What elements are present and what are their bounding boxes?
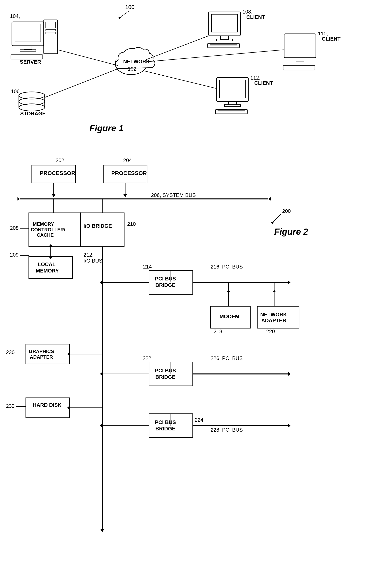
svg-text:206, SYSTEM BUS: 206, SYSTEM BUS: [151, 192, 196, 198]
svg-marker-103: [49, 244, 53, 247]
svg-text:BRIDGE: BRIDGE: [155, 426, 175, 432]
svg-marker-121: [272, 290, 276, 292]
svg-marker-135: [67, 352, 70, 356]
svg-text:MEMORY: MEMORY: [33, 221, 54, 227]
svg-marker-114: [100, 281, 102, 285]
svg-text:STORAGE: STORAGE: [20, 111, 46, 117]
svg-line-66: [143, 71, 217, 89]
svg-text:222: 222: [143, 355, 151, 361]
svg-text:GRAPHICS: GRAPHICS: [29, 349, 54, 354]
svg-text:200: 200: [282, 208, 291, 214]
svg-rect-10: [46, 32, 56, 34]
svg-text:210: 210: [127, 221, 136, 227]
svg-text:NETWORK: NETWORK: [123, 58, 150, 64]
svg-text:I/O BUS: I/O BUS: [83, 258, 102, 264]
svg-text:BRIDGE: BRIDGE: [155, 374, 175, 380]
svg-text:LOCAL: LOCAL: [38, 261, 56, 267]
svg-rect-8: [46, 22, 56, 28]
svg-marker-150: [67, 406, 70, 410]
svg-marker-104: [49, 257, 53, 259]
svg-marker-2: [118, 17, 121, 19]
svg-text:204: 204: [123, 157, 132, 163]
svg-rect-36: [212, 14, 237, 32]
svg-marker-141: [100, 372, 102, 376]
svg-text:CLIENT: CLIENT: [322, 36, 341, 42]
svg-line-63: [45, 69, 118, 97]
svg-text:Figure 2: Figure 2: [274, 227, 308, 237]
svg-text:ADAPTER: ADAPTER: [261, 317, 286, 323]
svg-marker-156: [100, 424, 102, 428]
svg-line-83: [272, 214, 281, 223]
svg-text:CLIENT: CLIENT: [254, 80, 273, 86]
svg-marker-80: [17, 197, 20, 200]
svg-text:214: 214: [143, 264, 152, 270]
svg-text:PROCESSOR: PROCESSOR: [111, 170, 147, 176]
svg-text:PCI BUS: PCI BUS: [155, 276, 176, 282]
svg-rect-11: [11, 55, 43, 59]
svg-text:NETWORK: NETWORK: [260, 311, 287, 317]
svg-text:102: 102: [128, 66, 136, 72]
svg-text:CLIENT: CLIENT: [246, 14, 265, 20]
svg-rect-39: [208, 43, 239, 48]
svg-text:HARD DISK: HARD DISK: [33, 402, 62, 408]
svg-rect-3: [12, 22, 44, 46]
svg-text:228, PCI BUS: 228, PCI BUS: [211, 427, 243, 433]
svg-text:106: 106: [11, 88, 19, 94]
svg-text:CACHE: CACHE: [37, 232, 54, 238]
svg-rect-48: [283, 66, 315, 70]
svg-text:218: 218: [214, 328, 222, 334]
svg-marker-84: [271, 222, 274, 224]
figure1-diagram: 100 104, SERVER: [0, 0, 392, 151]
svg-marker-117: [288, 281, 290, 285]
svg-rect-4: [15, 24, 41, 42]
svg-text:PCI BUS: PCI BUS: [155, 368, 176, 374]
svg-text:BRIDGE: BRIDGE: [155, 282, 175, 288]
svg-line-65: [148, 50, 284, 62]
svg-text:MEMORY: MEMORY: [36, 268, 59, 274]
svg-text:Figure 1: Figure 1: [89, 123, 123, 133]
svg-text:ADAPTER: ADAPTER: [30, 354, 53, 360]
svg-marker-77: [123, 194, 127, 197]
svg-text:SERVER: SERVER: [20, 59, 41, 65]
svg-text:208: 208: [10, 225, 18, 231]
figure2-diagram: 202 204 PROCESSOR PROCESSOR 206, SYSTEM …: [0, 151, 392, 578]
svg-text:CONTROLLER/: CONTROLLER/: [31, 227, 65, 232]
svg-text:202: 202: [56, 157, 64, 163]
svg-line-1: [119, 11, 129, 18]
svg-text:108,: 108,: [242, 9, 253, 15]
svg-text:232: 232: [6, 403, 14, 409]
svg-marker-108: [100, 529, 104, 532]
svg-text:220: 220: [266, 328, 275, 334]
svg-marker-81: [268, 197, 271, 200]
svg-text:I/O BRIDGE: I/O BRIDGE: [83, 223, 112, 229]
svg-rect-131: [26, 344, 70, 364]
svg-text:212,: 212,: [83, 252, 94, 258]
svg-marker-159: [288, 424, 290, 428]
svg-line-64: [146, 36, 209, 60]
svg-rect-92: [80, 213, 124, 247]
svg-text:209: 209: [10, 252, 18, 258]
svg-text:MODEM: MODEM: [220, 313, 239, 319]
svg-text:PROCESSOR: PROCESSOR: [40, 170, 75, 176]
svg-text:104,: 104,: [10, 13, 20, 19]
svg-rect-9: [46, 29, 56, 31]
svg-text:100: 100: [125, 4, 134, 10]
svg-text:230: 230: [6, 349, 14, 355]
svg-text:PCI BUS: PCI BUS: [155, 419, 176, 425]
svg-rect-45: [287, 36, 313, 54]
svg-line-62: [58, 50, 118, 66]
svg-marker-75: [52, 194, 56, 197]
svg-text:216, PCI BUS: 216, PCI BUS: [211, 264, 243, 270]
svg-rect-54: [220, 80, 245, 98]
svg-marker-119: [227, 290, 231, 292]
svg-rect-57: [216, 109, 247, 114]
svg-marker-144: [288, 372, 290, 376]
svg-text:226, PCI BUS: 226, PCI BUS: [211, 355, 243, 361]
svg-text:224: 224: [195, 417, 203, 423]
svg-rect-99: [29, 257, 73, 279]
